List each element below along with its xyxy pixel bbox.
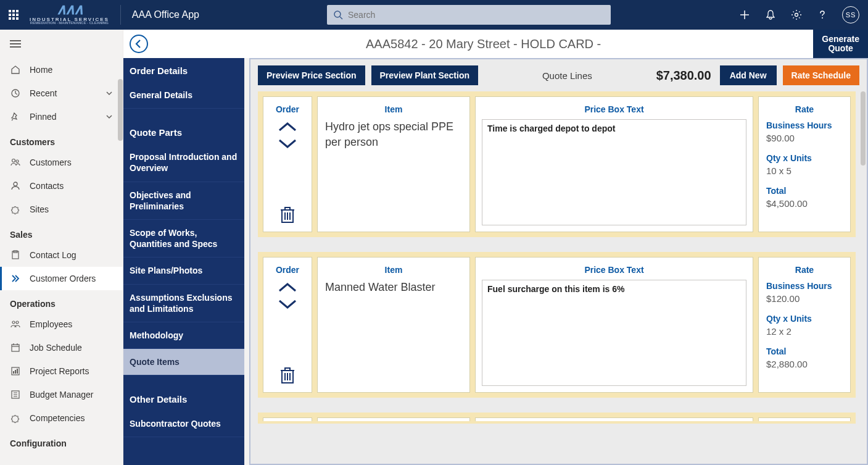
secnav-assumptions[interactable]: Assumptions Exclusions and Limitations <box>123 285 244 322</box>
generate-quote-button[interactable]: Generate Quote <box>812 30 868 58</box>
nav-employees[interactable]: Employees <box>0 312 123 336</box>
back-button[interactable] <box>130 35 148 53</box>
secnav-header-other-details: Other Details <box>123 387 244 411</box>
search-input[interactable] <box>348 10 605 20</box>
nav-contacts[interactable]: Contacts <box>0 174 123 198</box>
quote-line-card: Order Item Manned Water Blaster Price Bo… <box>258 252 856 398</box>
bell-icon[interactable] <box>764 9 777 21</box>
delete-button[interactable] <box>279 366 296 385</box>
nav-customers[interactable]: Customers <box>0 151 123 174</box>
team-icon <box>10 319 21 330</box>
brand-logo: ∧∧∧ INDUSTRIAL SERVICES REMEDIATION · MA… <box>30 5 109 25</box>
secnav-site-plans[interactable]: Site Plans/Photos <box>123 258 244 284</box>
gear-icon[interactable] <box>790 9 803 21</box>
title-bar: AAA5842 - 20 Mary Street - HOLD CARD - G… <box>123 30 868 58</box>
preview-plant-button[interactable]: Preview Plant Section <box>371 65 479 85</box>
item-name: Manned Water Blaster <box>325 280 462 295</box>
rate-schedule-button[interactable]: Rate Schedule <box>783 65 859 85</box>
rate-bh-label: Business Hours <box>766 120 843 130</box>
col-rate: Rate <box>766 102 843 119</box>
secnav-objectives[interactable]: Objectives and Preliminaries <box>123 182 244 220</box>
home-icon <box>10 64 21 75</box>
global-search[interactable] <box>327 5 611 25</box>
pin-icon <box>10 111 21 122</box>
top-bar: ∧∧∧ INDUSTRIAL SERVICES REMEDIATION · MA… <box>0 0 868 30</box>
secnav-proposal[interactable]: Proposal Introduction and Overview <box>123 144 244 182</box>
secnav-subcontractor[interactable]: Subcontractor Quotes <box>123 411 244 437</box>
rate-total-value: $2,880.00 <box>766 359 843 369</box>
add-icon[interactable] <box>738 9 751 21</box>
move-up-button[interactable] <box>277 119 298 135</box>
price-box-input[interactable]: Time is charged depot to depot <box>482 119 746 225</box>
svg-rect-37 <box>285 368 290 371</box>
nav-competencies[interactable]: Competencies <box>0 406 123 430</box>
help-icon[interactable] <box>816 9 829 21</box>
puzzle-icon <box>10 413 21 424</box>
svg-point-7 <box>12 159 15 162</box>
rate-bh-value: $120.00 <box>766 293 843 304</box>
col-rate: Rate <box>766 262 843 280</box>
page-title: AAA5842 - 20 Mary Street - HOLD CARD - <box>154 37 812 51</box>
topbar-divider <box>120 5 121 25</box>
svg-line-1 <box>340 17 342 19</box>
move-down-button[interactable] <box>277 135 298 151</box>
chevron-down-icon <box>105 113 113 120</box>
nav-label: Budget Manager <box>30 390 94 400</box>
quote-toolbar: Preview Price Section Preview Plant Sect… <box>250 59 867 91</box>
nav-section-sales: Sales <box>0 221 123 243</box>
rate-bh-value: $90.00 <box>766 133 843 143</box>
nav-pinned[interactable]: Pinned <box>0 105 123 128</box>
clock-icon <box>10 88 21 99</box>
calendar-icon <box>10 342 21 353</box>
nav-recent[interactable]: Recent <box>0 82 123 105</box>
budget-icon <box>10 389 21 400</box>
svg-point-8 <box>16 160 19 162</box>
nav-label: Customers <box>30 157 72 167</box>
people-icon <box>10 157 21 168</box>
nav-collapse-icon[interactable] <box>0 30 123 58</box>
double-chevron-right-icon <box>10 273 21 284</box>
nav-section-customers: Customers <box>0 128 123 151</box>
svg-rect-20 <box>15 370 16 374</box>
nav-customer-orders[interactable]: Customer Orders <box>0 267 123 290</box>
chevron-down-icon <box>105 90 113 97</box>
lines-scrollbar[interactable] <box>861 91 866 165</box>
add-new-button[interactable]: Add New <box>720 65 777 85</box>
move-up-button[interactable] <box>277 280 298 296</box>
rate-qty-value: 10 x 5 <box>766 165 843 176</box>
nav-label: Project Reports <box>30 366 89 376</box>
brand-line2: REMEDIATION · MAINTENANCE · CLEANING <box>30 22 109 25</box>
col-price-box: Price Box Text <box>482 102 746 119</box>
svg-point-0 <box>334 11 341 17</box>
nav-home[interactable]: Home <box>0 58 123 82</box>
app-launcher-icon[interactable] <box>9 10 19 20</box>
nav-label: Customer Orders <box>30 274 96 283</box>
col-order: Order <box>276 262 299 280</box>
secnav-general-details[interactable]: General Details <box>123 82 244 109</box>
nav-project-reports[interactable]: Project Reports <box>0 359 123 383</box>
nav-section-operations: Operations <box>0 290 123 312</box>
nav-budget-manager[interactable]: Budget Manager <box>0 383 123 406</box>
quote-lines-list: Order Item Hydro jet ops special PPE per… <box>250 91 867 464</box>
price-box-input[interactable]: Fuel surcharge on this item is 6% <box>482 280 746 386</box>
nav-sites[interactable]: Sites <box>0 198 123 221</box>
nav-contact-log[interactable]: Contact Log <box>0 243 123 267</box>
nav-job-schedule[interactable]: Job Schedule <box>0 336 123 359</box>
nav-label: Competencies <box>30 413 85 423</box>
quote-line-card <box>258 413 856 424</box>
nav-label: Job Schedule <box>30 343 82 353</box>
preview-price-button[interactable]: Preview Price Section <box>258 65 365 85</box>
nav-label: Recent <box>30 88 57 98</box>
app-name: AAA Office App <box>132 9 199 20</box>
secnav-methodology[interactable]: Methodology <box>123 322 244 349</box>
col-item: Item <box>325 262 462 280</box>
rate-qty-label: Qty x Units <box>766 314 843 324</box>
delete-button[interactable] <box>279 206 296 224</box>
col-item: Item <box>325 102 462 119</box>
nav-label: Contact Log <box>30 250 76 260</box>
secnav-scope[interactable]: Scope of Works, Quantities and Specs <box>123 220 244 258</box>
secnav-header-quote-parts: Quote Parts <box>123 120 244 144</box>
secnav-quote-items[interactable]: Quote Items <box>123 349 244 375</box>
user-avatar[interactable]: SS <box>842 6 859 23</box>
move-down-button[interactable] <box>277 296 298 312</box>
